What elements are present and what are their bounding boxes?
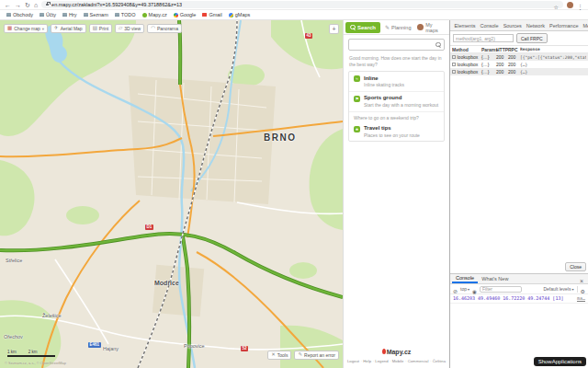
frpc-toolbar: Call FRPC xyxy=(450,31,588,46)
tab-search-label: Search xyxy=(357,25,376,30)
frpc-row-response[interactable]: {…} xyxy=(520,63,586,67)
bookmark-star-icon[interactable] xyxy=(554,0,559,13)
map-toolbar-button[interactable]: Panorama xyxy=(147,24,182,33)
map-toolbar-button[interactable]: Print xyxy=(89,24,112,33)
suggestions-list: Inline Inline skating tracks Sports grou… xyxy=(349,72,444,111)
scale-label: 2 km xyxy=(28,350,38,354)
frpc-row-params[interactable]: {…} xyxy=(481,54,496,60)
map-toolbar: Change map Aerial Map Print 3D view Pano… xyxy=(4,24,182,33)
frpc-row-params[interactable]: {…} xyxy=(481,69,496,75)
map-bottom-button[interactable]: Report an error xyxy=(294,351,339,360)
search-input[interactable] xyxy=(352,42,435,48)
frpc-row-rpc: 200 xyxy=(508,62,520,67)
map-canvas[interactable]: BRNO Modřice Střelice Želešice Ořechov H… xyxy=(0,20,343,368)
browser-toolbar: ← → ↻ ⌂ en.mapy.cz/zakladni?x=16.5929408… xyxy=(0,0,588,10)
bookmark-label: Seznam xyxy=(90,12,108,17)
section-heading: Where to go on a weekend trip? xyxy=(349,111,444,122)
bookmark-item[interactable]: Mapy.cz xyxy=(142,12,167,17)
expand-toggle-icon[interactable] xyxy=(452,63,456,66)
suggestion-subtitle: Inline skating tracks xyxy=(364,82,404,87)
devtools-tab[interactable]: Sources xyxy=(501,20,524,30)
reload-icon[interactable]: ↻ xyxy=(25,2,30,8)
frpc-row[interactable]: lookupbox {…} 200 200 {…} xyxy=(450,68,588,75)
os-show-applications-tooltip: ShowApplications xyxy=(534,357,586,366)
suggestion-subtitle: Start the day with a morning workout xyxy=(364,102,438,108)
console-toolbar: top Default levels xyxy=(450,284,588,294)
map-scalebar: 1 km2 km xyxy=(7,350,55,358)
home-icon[interactable]: ⌂ xyxy=(34,2,38,8)
frpc-row[interactable]: lookupbox {…} 200 200 [{"ps":[{"status":… xyxy=(450,53,588,61)
frpc-call-button[interactable]: Call FRPC xyxy=(516,33,548,43)
expand-toggle-icon[interactable] xyxy=(452,70,456,74)
tip-item[interactable]: Travel tips Places to see on your route xyxy=(349,122,444,142)
console-drawer: ConsoleWhat's New top Default levels 16.… xyxy=(450,273,588,368)
devtools-tabbar: ElementsConsoleSourcesNetworkPerformance… xyxy=(450,20,588,31)
footer-link[interactable]: Legend xyxy=(373,359,389,363)
url-text[interactable]: en.mapy.cz/zakladni?x=16.5929408&y=49.37… xyxy=(51,2,182,7)
forward-icon[interactable]: → xyxy=(15,2,21,8)
search-submit-icon[interactable] xyxy=(435,42,441,48)
map-bottom-button-label: Tools xyxy=(277,352,288,358)
footer-link[interactable]: Help xyxy=(361,359,371,363)
search-box[interactable] xyxy=(348,39,445,51)
mapycz-logo[interactable]: Mapy.cz xyxy=(382,349,412,355)
tip-title: Travel tips xyxy=(364,125,420,132)
console-filter-input[interactable] xyxy=(480,286,522,293)
bookmark-item[interactable]: gMaps xyxy=(229,12,251,17)
locate-button[interactable] xyxy=(329,24,339,34)
map-toolbar-button[interactable]: Aerial Map xyxy=(51,24,86,33)
log-levels-dropdown[interactable]: Default levels xyxy=(543,286,573,292)
panel-tabs: Search Planning My maps xyxy=(344,20,449,35)
frpc-method-input[interactable] xyxy=(453,34,514,42)
map-toolbar-button[interactable]: 3D view xyxy=(115,24,144,33)
frpc-row-response[interactable]: [{"ps":[{"status":200,"statusMessage":"O… xyxy=(520,55,586,60)
bookmark-item[interactable]: Hry xyxy=(62,12,77,17)
tab-planning[interactable]: Planning xyxy=(383,24,413,30)
scale-label: 1 km xyxy=(7,350,17,354)
tab-my-maps[interactable]: My maps xyxy=(415,22,447,33)
back-icon[interactable]: ← xyxy=(5,2,11,8)
suggestion-item[interactable]: Inline Inline skating tracks xyxy=(349,72,444,91)
map-bottom-button[interactable]: Tools xyxy=(267,351,291,360)
frpc-row[interactable]: lookupbox {…} 200 200 {…} xyxy=(450,61,588,68)
frpc-method-name: lookupbox xyxy=(458,62,479,67)
bookmark-item[interactable]: Gmail xyxy=(202,12,221,17)
context-selector[interactable]: top xyxy=(460,286,469,292)
footer-link[interactable]: Čeština xyxy=(430,359,446,363)
suggestion-item[interactable]: Sports ground Start the day with a morni… xyxy=(349,91,444,111)
browser-menu-icon[interactable] xyxy=(577,0,583,13)
devtools-tab[interactable]: Console xyxy=(478,20,501,30)
map-bottom-button-label: Report an error xyxy=(304,352,335,358)
footer-link[interactable]: Commercial xyxy=(405,359,428,363)
bookmark-item[interactable]: Obchody xyxy=(6,12,33,17)
frpc-row-http: 200 xyxy=(496,62,508,67)
address-bar[interactable]: en.mapy.cz/zakladni?x=16.5929408&y=49.37… xyxy=(41,1,563,8)
frpc-row-http: 200 xyxy=(496,69,508,75)
devtools-tab[interactable]: Memory xyxy=(581,20,588,30)
bookmark-item[interactable]: TODO xyxy=(115,12,136,17)
bookmark-item[interactable]: Google xyxy=(174,12,197,17)
drawer-tab[interactable]: What's New xyxy=(478,274,512,283)
footer-link[interactable]: Mobile xyxy=(390,359,403,363)
tab-my-maps-label: My maps xyxy=(425,22,446,33)
bookmark-item[interactable]: Účty xyxy=(40,12,56,17)
footer-link[interactable]: Logout xyxy=(347,359,359,363)
pencil-icon xyxy=(385,24,390,30)
bookmark-item[interactable]: Seznam xyxy=(84,12,108,17)
devtools-tab[interactable]: Network xyxy=(524,20,547,30)
devtools-tab[interactable]: Elements xyxy=(452,20,478,30)
frpc-row-params[interactable]: {…} xyxy=(481,62,496,67)
bookmark-label: Hry xyxy=(69,12,77,17)
tab-search[interactable]: Search xyxy=(345,22,380,33)
frpc-row-response[interactable]: {…} xyxy=(520,70,586,75)
map-toolbar-button[interactable]: Change map xyxy=(4,24,48,33)
frpc-row-method: lookupbox xyxy=(452,54,481,60)
devtools-tab[interactable]: Performance xyxy=(547,20,581,30)
tips-list: Travel tips Places to see on your route xyxy=(349,122,444,142)
tab-planning-label: Planning xyxy=(391,25,411,30)
profile-avatar[interactable] xyxy=(567,2,573,8)
bookmark-label: Účty xyxy=(46,12,56,17)
console-log-source-link[interactable]: ma… xyxy=(574,295,585,301)
expand-toggle-icon[interactable] xyxy=(452,55,456,59)
mapycz-logo-icon xyxy=(382,349,386,354)
